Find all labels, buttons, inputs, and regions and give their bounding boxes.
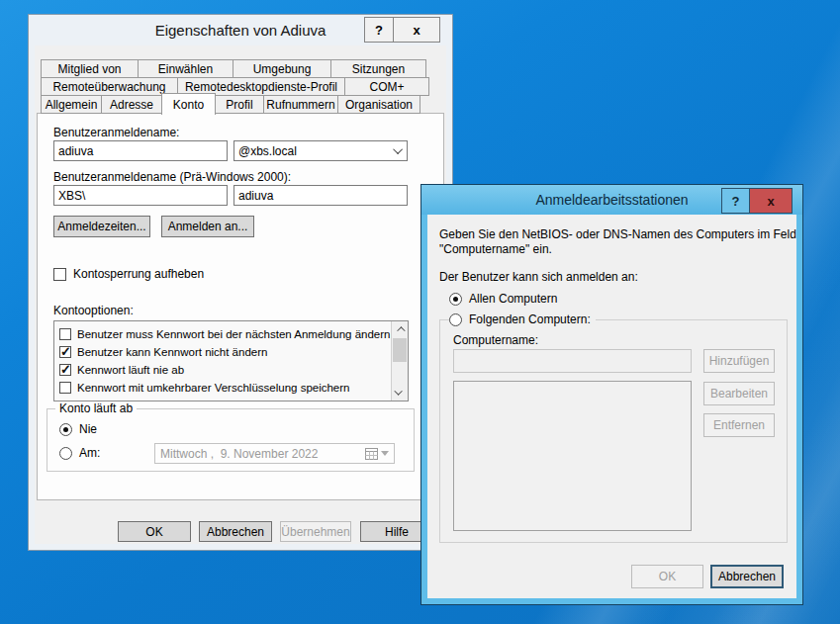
expires-on-radio[interactable]: [59, 447, 72, 460]
following-computers-row[interactable]: Folgenden Computern:: [449, 312, 596, 326]
option-checkbox[interactable]: [59, 364, 71, 376]
edit-button: Bearbeiten: [703, 382, 775, 405]
option-checkbox[interactable]: [59, 346, 71, 358]
computer-name-input[interactable]: [453, 349, 692, 373]
list-item[interactable]: Kennwort mit umkehrbarer Verschlüsselung…: [59, 379, 386, 397]
logon-name-label: Benutzeranmeldename:: [53, 126, 179, 139]
logon-name-input[interactable]: [53, 140, 228, 161]
tab-row-2: Remoteüberwachung Remotedesktopdienste-P…: [42, 77, 429, 96]
expires-date-picker[interactable]: Mittwoch , 9. November 2022: [154, 443, 395, 464]
expires-never-radio[interactable]: [59, 423, 72, 436]
tab-allgemein[interactable]: Allgemein: [41, 95, 102, 114]
tab-sitzungen[interactable]: Sitzungen: [330, 59, 426, 78]
pre2000-domain-input[interactable]: [53, 185, 228, 206]
calendar-icon: [365, 448, 378, 460]
ok-button: OK: [631, 565, 703, 588]
option-label: Benutzer muss Kennwort bei der nächsten …: [77, 328, 390, 340]
option-label: Kennwort läuft nie ab: [77, 364, 184, 376]
pre2000-name-input[interactable]: [233, 185, 408, 206]
unlock-account-label: Kontosperrung aufheben: [73, 267, 204, 281]
expires-on-label: Am:: [79, 446, 100, 460]
scrollbar-thumb[interactable]: [393, 338, 407, 362]
tab-com-plus[interactable]: COM+: [344, 77, 429, 96]
following-computers-radio[interactable]: [449, 313, 462, 326]
pre2000-label: Benutzeranmeldename (Prä-Windows 2000):: [53, 170, 291, 184]
list-item[interactable]: Kennwort läuft nie ab: [59, 361, 386, 379]
tab-einwaehlen[interactable]: Einwählen: [138, 59, 233, 78]
option-label: Kennwort mit umkehrbarer Verschlüsselung…: [77, 382, 350, 394]
close-icon[interactable]: x: [749, 188, 793, 214]
add-button: Hinzufügen: [703, 349, 775, 373]
help-button[interactable]: ?: [721, 188, 750, 214]
tab-organisation[interactable]: Organisation: [337, 95, 420, 114]
expires-date-value: Mittwoch , 9. November 2022: [160, 447, 318, 461]
help-button[interactable]: ?: [364, 17, 394, 43]
instruction-line-1: Geben Sie den NetBIOS- oder DNS-Namen de…: [439, 227, 796, 241]
expires-never-row[interactable]: Nie: [59, 422, 97, 436]
tab-profil[interactable]: Profil: [215, 95, 264, 114]
following-computers-label: Folgenden Computern:: [469, 312, 591, 326]
logon-to-label: Der Benutzer kann sich anmelden an:: [439, 270, 638, 284]
option-checkbox[interactable]: [59, 328, 71, 340]
expires-never-label: Nie: [79, 422, 97, 436]
domain-suffix-value: @xbs.local: [238, 144, 297, 158]
properties-dialog: Eigenschaften von Adiuva ? x Mitglied vo…: [28, 14, 453, 551]
domain-suffix-select[interactable]: @xbs.local: [233, 140, 408, 161]
tab-row-1: Mitglied von Einwählen Umgebung Sitzunge…: [42, 59, 426, 78]
close-icon[interactable]: x: [393, 17, 440, 43]
workstations-list[interactable]: [453, 381, 692, 531]
list-item[interactable]: Benutzer muss Kennwort bei der nächsten …: [59, 325, 386, 343]
account-options-list[interactable]: Benutzer muss Kennwort bei der nächsten …: [53, 320, 409, 401]
logon-workstations-button[interactable]: Anmelden an...: [161, 216, 254, 237]
titlebar-buttons: ? x: [722, 188, 793, 214]
expires-on-row[interactable]: Am:: [59, 446, 100, 460]
scrollbar[interactable]: [391, 321, 408, 401]
tab-umgebung[interactable]: Umgebung: [233, 59, 331, 78]
logon-hours-button[interactable]: Anmeldezeiten...: [53, 216, 150, 237]
logon-workstations-dialog: Anmeldearbeitsstationen ? x Geben Sie de…: [420, 184, 803, 605]
account-options-items: Benutzer muss Kennwort bei der nächsten …: [59, 325, 386, 397]
scroll-down-icon[interactable]: [392, 385, 408, 401]
option-checkbox[interactable]: [59, 382, 71, 394]
unlock-account-row[interactable]: Kontosperrung aufheben: [53, 267, 204, 281]
list-item[interactable]: Benutzer kann Kennwort nicht ändern: [59, 343, 386, 361]
tab-rufnummern[interactable]: Rufnummern: [263, 95, 338, 114]
scroll-up-icon[interactable]: [392, 321, 408, 337]
all-computers-row[interactable]: Allen Computern: [449, 292, 562, 306]
account-options-label: Kontooptionen:: [53, 304, 134, 317]
computer-name-label: Computername:: [453, 333, 538, 347]
cancel-button[interactable]: Abbrechen: [199, 521, 272, 542]
instruction-line-2: "Computername" ein.: [439, 242, 552, 256]
tab-remoteueberwachung[interactable]: Remoteüberwachung: [41, 77, 178, 96]
unlock-account-checkbox[interactable]: [53, 268, 66, 281]
account-expires-label: Konto läuft ab: [55, 401, 137, 415]
workstations-title: Anmeldearbeitsstationen: [535, 192, 688, 208]
all-computers-label: Allen Computern: [469, 292, 557, 306]
cancel-button[interactable]: Abbrechen: [710, 565, 784, 588]
date-picker-icons: [365, 448, 389, 460]
titlebar-buttons: ? x: [365, 17, 440, 43]
all-computers-radio[interactable]: [449, 293, 462, 306]
tab-konto[interactable]: Konto: [161, 93, 216, 115]
apply-button: Übernehmen: [280, 521, 351, 542]
remove-button: Entfernen: [703, 413, 775, 437]
chevron-down-icon: [393, 144, 403, 154]
tab-mitglied-von[interactable]: Mitglied von: [41, 59, 139, 78]
tab-row-3: Allgemein Adresse Konto Profil Rufnummer…: [42, 95, 420, 114]
tab-adresse[interactable]: Adresse: [101, 95, 162, 114]
chevron-down-icon: [381, 451, 389, 456]
option-label: Benutzer kann Kennwort nicht ändern: [77, 346, 267, 358]
properties-title: Eigenschaften von Adiuva: [155, 22, 327, 39]
ok-button[interactable]: OK: [118, 521, 191, 542]
